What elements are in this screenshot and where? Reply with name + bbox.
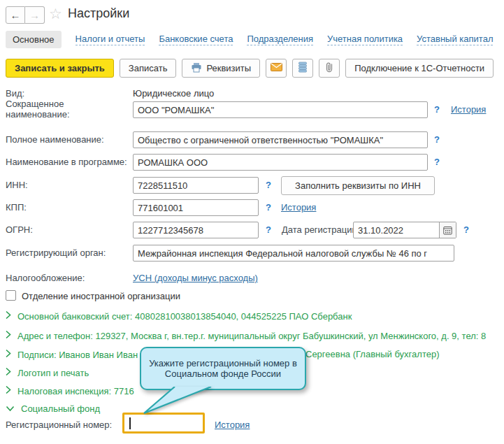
ogrn-help-icon[interactable]: ? <box>266 224 271 235</box>
settings-window: ← → ☆ Настройки Основное Налоги и отчеты… <box>0 0 504 444</box>
envelope-icon <box>271 63 282 73</box>
taxation-label: Налогообложение: <box>6 273 85 283</box>
section-social-fund-text: Социальный фонд <box>21 403 100 414</box>
reg-date-help-icon[interactable]: ? <box>463 224 469 235</box>
text-caret <box>129 417 131 429</box>
ogrn-label: ОГРН: <box>6 224 33 235</box>
hint-tooltip-text: Укажите регистрационный номер в Социальн… <box>148 358 298 379</box>
inn-input[interactable] <box>133 177 259 194</box>
chevron-right-icon <box>6 385 11 396</box>
save-label: Записать <box>129 63 168 73</box>
section-bank-account-text: Основной банковский счет: 40802810038013… <box>17 311 352 322</box>
save-and-close-label: Записать и закрыть <box>15 63 105 73</box>
reg-authority-input[interactable] <box>133 245 454 262</box>
short-name-input[interactable] <box>133 101 428 118</box>
attachments-button[interactable] <box>319 59 340 78</box>
chevron-right-icon <box>6 349 11 360</box>
nav-history-buttons: ← → <box>6 6 45 24</box>
requisites-label: Реквизиты <box>206 63 251 73</box>
kind-value: Юридическое лицо <box>133 88 214 99</box>
hint-tooltip-tail <box>140 387 217 416</box>
tab-accounting-policy[interactable]: Учетная политика <box>327 34 403 45</box>
section-address-phone[interactable]: Адрес и телефон: 129327, Москва г, вн.те… <box>6 330 486 341</box>
back-arrow-icon: ← <box>10 9 21 21</box>
reg-authority-label: Регистрирующий орган: <box>6 248 106 258</box>
save-button[interactable]: Записать <box>120 59 177 78</box>
chevron-right-icon <box>6 367 11 378</box>
reg-date-field[interactable]: 31.10.2022 <box>353 222 456 238</box>
save-and-close-button[interactable]: Записать и закрыть <box>6 59 114 78</box>
requisites-button[interactable]: Реквизиты <box>182 59 260 78</box>
toolbar: Записать и закрыть Записать Реквизиты По… <box>6 59 494 78</box>
full-name-label: Полное наименование: <box>6 134 104 145</box>
chevron-down-icon <box>6 403 15 414</box>
kpp-label: КПП: <box>6 202 27 213</box>
send-email-button[interactable] <box>266 59 287 78</box>
fill-by-inn-button[interactable]: Заполнить реквизиты по ИНН <box>281 176 435 195</box>
reg-date-label: Дата регистрации: <box>282 224 359 235</box>
connect-1c-label: Подключение к 1С-Отчетности <box>354 63 484 73</box>
reg-date-value: 31.10.2022 <box>354 225 439 236</box>
sfr-reg-number-history-link[interactable]: История <box>215 420 250 430</box>
foreign-branch-label: Отделение иностранной организации <box>22 291 180 301</box>
favorite-star-icon[interactable]: ☆ <box>49 6 62 22</box>
ogrn-input[interactable] <box>133 222 259 238</box>
program-name-input[interactable] <box>133 154 428 171</box>
taxation-link[interactable]: УСН (доходы минус расходы) <box>133 273 258 283</box>
section-logo-stamp-text: Логотип и печать <box>17 368 89 378</box>
forward-arrow-icon: → <box>29 9 40 21</box>
tab-departments[interactable]: Подразделения <box>247 34 313 45</box>
stacked-bars-icon <box>298 62 308 75</box>
calendar-icon[interactable] <box>439 222 456 238</box>
fill-by-inn-label: Заполнить реквизиты по ИНН <box>295 180 421 191</box>
kpp-help-icon[interactable]: ? <box>266 202 271 213</box>
full-name-help-icon[interactable]: ? <box>434 134 440 145</box>
kpp-input[interactable] <box>133 199 259 216</box>
section-signatures[interactable]: Подписи: Иванов Иван Иван <box>6 349 138 360</box>
paperclip-icon <box>324 62 334 75</box>
chevron-right-icon <box>6 310 11 322</box>
section-social-fund[interactable]: Социальный фонд <box>6 403 100 414</box>
back-button[interactable]: ← <box>6 6 25 24</box>
short-name-label: Сокращенное наименование: <box>6 99 110 120</box>
short-name-history-link[interactable]: История <box>451 104 486 115</box>
kind-label: Вид: <box>6 88 24 99</box>
section-address-phone-text: Адрес и телефон: 129327, Москва г, вн.те… <box>17 331 486 341</box>
inn-help-icon[interactable]: ? <box>266 180 271 190</box>
printer-icon <box>191 62 202 75</box>
foreign-branch-checkbox[interactable] <box>6 290 16 301</box>
forward-button[interactable]: → <box>25 6 45 24</box>
discussions-icon-button[interactable] <box>292 59 313 78</box>
section-logo-stamp[interactable]: Логотип и печать <box>6 367 89 378</box>
section-signatures-text-right: Сергеевна (Главный бухгалтер) <box>305 349 439 359</box>
tab-taxes-reports[interactable]: Налоги и отчеты <box>75 34 145 45</box>
tab-main[interactable]: Основное <box>6 31 62 48</box>
program-name-label: Наименование в программе: <box>6 157 127 167</box>
tab-bank-accounts[interactable]: Банковские счета <box>159 34 233 45</box>
inn-label: ИНН: <box>6 180 28 190</box>
page-title: Настройки <box>68 6 129 21</box>
tab-charter-capital[interactable]: Уставный капитал <box>417 34 493 45</box>
kpp-history-link[interactable]: История <box>281 202 316 213</box>
short-name-help-icon[interactable]: ? <box>434 104 440 115</box>
section-tax-office[interactable]: Налоговая инспекция: 7716 <box>6 385 134 396</box>
section-bank-account[interactable]: Основной банковский счет: 40802810038013… <box>6 310 352 322</box>
chevron-right-icon <box>6 330 11 341</box>
section-signatures-text-left: Подписи: Иванов Иван Иван <box>17 350 138 360</box>
full-name-input[interactable] <box>133 131 428 148</box>
connect-1c-reporting-button[interactable]: Подключение к 1С-Отчетности <box>345 59 494 78</box>
hint-tooltip: Укажите регистрационный номер в Социальн… <box>140 347 306 390</box>
program-name-help-icon[interactable]: ? <box>434 157 440 167</box>
tab-bar: Основное Налоги и отчеты Банковские счет… <box>6 31 493 48</box>
sfr-reg-number-label: Регистрационный номер: <box>6 420 112 430</box>
section-tax-office-text: Налоговая инспекция: 7716 <box>17 386 134 396</box>
